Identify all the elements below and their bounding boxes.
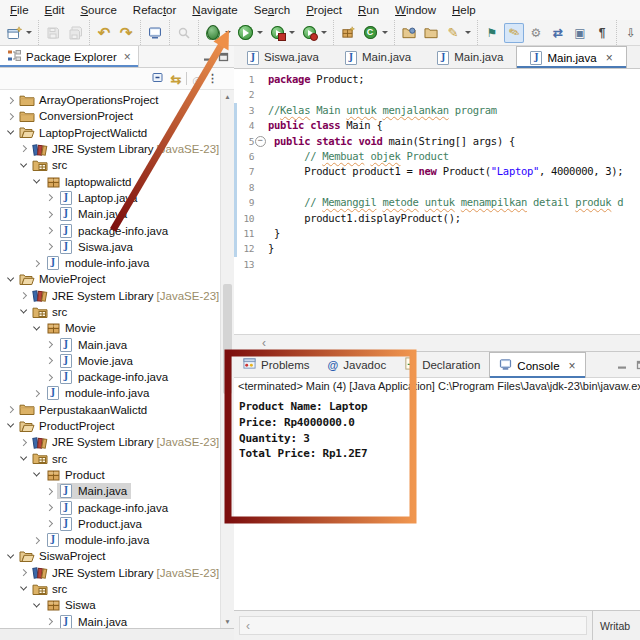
tree-item[interactable]: src bbox=[0, 157, 234, 173]
tree-item[interactable]: ProductProject bbox=[0, 418, 234, 434]
expand-chevron-icon[interactable] bbox=[30, 179, 44, 184]
expand-chevron-icon[interactable] bbox=[30, 391, 44, 396]
expand-chevron-icon[interactable] bbox=[43, 619, 57, 624]
console-horizontal-scrollbar[interactable]: ‹ bbox=[239, 616, 587, 635]
menu-edit[interactable]: Edit bbox=[37, 2, 73, 18]
expand-chevron-icon[interactable] bbox=[43, 195, 57, 200]
tree-item[interactable]: JMain.java bbox=[0, 614, 234, 629]
tree-item[interactable]: src bbox=[0, 304, 234, 320]
tree-item[interactable]: Jmodule-info.java bbox=[0, 385, 234, 401]
profile-button[interactable] bbox=[299, 23, 319, 43]
menu-refactor[interactable]: Refactor bbox=[125, 2, 184, 18]
code-editor[interactable]: 1package Product;23//Kelas Main untuk me… bbox=[234, 69, 640, 334]
expand-chevron-icon[interactable] bbox=[30, 603, 44, 608]
new-java-class-button[interactable]: C bbox=[360, 23, 380, 43]
tree-item[interactable]: JSiswa.java bbox=[0, 239, 234, 255]
expand-chevron-icon[interactable] bbox=[17, 440, 31, 445]
expand-chevron-icon[interactable] bbox=[43, 228, 57, 233]
tree-item[interactable]: laptopwalictd bbox=[0, 173, 234, 189]
console-output[interactable]: Product Name: LaptopPrice: Rp4000000.0Qu… bbox=[234, 397, 640, 610]
tree-item[interactable]: ConversionProject bbox=[0, 108, 234, 124]
save-all-button[interactable] bbox=[65, 23, 85, 43]
expand-chevron-icon[interactable] bbox=[43, 521, 57, 526]
expand-chevron-icon[interactable] bbox=[17, 146, 31, 151]
view-menu-icon[interactable]: ⋮ bbox=[207, 72, 218, 85]
debug-button[interactable] bbox=[203, 23, 223, 43]
toggle-mark-occurrences-button[interactable]: ⚙ bbox=[526, 23, 546, 43]
expand-chevron-icon[interactable] bbox=[4, 423, 18, 428]
scrollbar-thumb[interactable] bbox=[223, 284, 232, 394]
editor-tab-pr[interactable]: JPr bbox=[627, 46, 640, 68]
menu-file[interactable]: File bbox=[2, 2, 37, 18]
next-annotation-button[interactable]: ⇩ bbox=[621, 23, 640, 43]
run-coverage-button[interactable] bbox=[267, 23, 287, 43]
collapse-all-icon[interactable] bbox=[151, 70, 165, 88]
redo-button[interactable]: ↷ bbox=[116, 23, 136, 43]
show-selected-element-button[interactable]: ▣ bbox=[570, 23, 590, 43]
expand-chevron-icon[interactable] bbox=[17, 586, 31, 591]
expand-chevron-icon[interactable] bbox=[4, 407, 18, 412]
expand-chevron-icon[interactable] bbox=[30, 538, 44, 543]
show-whitespace-button[interactable]: ¶ bbox=[592, 23, 612, 43]
expand-chevron-icon[interactable] bbox=[17, 163, 31, 168]
tree-item[interactable]: src bbox=[0, 451, 234, 467]
tree-item[interactable]: JRE System Library[JavaSE-23] bbox=[0, 141, 234, 157]
package-explorer-tree[interactable]: ArrayOperationsProjectConversionProjectL… bbox=[0, 90, 234, 628]
tree-item[interactable]: JMovie.java bbox=[0, 353, 234, 369]
profile-dropdown-icon[interactable] bbox=[321, 31, 327, 34]
debug-dropdown-icon[interactable] bbox=[225, 31, 231, 34]
new-wizard-button[interactable] bbox=[4, 23, 24, 43]
expand-chevron-icon[interactable] bbox=[4, 277, 18, 282]
tree-item[interactable]: Movie bbox=[0, 320, 234, 336]
filters-icon[interactable]: ◎ bbox=[192, 70, 202, 88]
tree-item[interactable]: Jpackage-info.java bbox=[0, 222, 234, 238]
editor-tab-main-java[interactable]: JMain.java× bbox=[516, 46, 626, 68]
run-button[interactable] bbox=[235, 23, 255, 43]
search-button[interactable]: ⚑ bbox=[482, 23, 502, 43]
console-tab-javadoc[interactable]: @Javadoc bbox=[319, 352, 396, 377]
expand-chevron-icon[interactable] bbox=[43, 505, 57, 510]
new-wizard-dropdown-icon[interactable] bbox=[26, 31, 32, 34]
expand-chevron-icon[interactable] bbox=[4, 98, 18, 103]
link-with-editor-button[interactable]: ⇄ bbox=[548, 23, 568, 43]
editor-tab-main-java[interactable]: JMain.java bbox=[332, 46, 424, 68]
scroll-left-icon[interactable]: ‹ bbox=[246, 619, 250, 633]
undo-button[interactable]: ↶ bbox=[94, 23, 114, 43]
tree-item[interactable]: ArrayOperationsProject bbox=[0, 92, 234, 108]
tree-item[interactable]: Product bbox=[0, 467, 234, 483]
tree-item[interactable]: JRE System Library[JavaSE-23] bbox=[0, 565, 234, 581]
save-button[interactable] bbox=[43, 23, 63, 43]
scroll-up-icon[interactable]: ▲ bbox=[224, 93, 230, 100]
open-resource-button[interactable] bbox=[421, 23, 441, 43]
collapse-fold-icon[interactable]: − bbox=[255, 136, 266, 147]
external-tools-button[interactable]: ✎ bbox=[443, 23, 463, 43]
console-tab-declaration[interactable]: Declaration bbox=[395, 352, 489, 377]
menu-navigate[interactable]: Navigate bbox=[184, 2, 245, 18]
editor-horizontal-scrollbar[interactable]: ‹ bbox=[234, 334, 640, 352]
tree-item[interactable]: JMain.java bbox=[0, 483, 234, 499]
close-tab-icon[interactable]: × bbox=[569, 359, 576, 373]
tree-item[interactable]: JMain.java bbox=[0, 206, 234, 222]
run-coverage-dropdown-icon[interactable] bbox=[289, 31, 295, 34]
scroll-down-icon[interactable]: ▼ bbox=[224, 618, 230, 625]
tree-item[interactable]: JRE System Library[JavaSE-23] bbox=[0, 288, 234, 304]
tree-item[interactable]: JLaptop.java bbox=[0, 190, 234, 206]
package-explorer-tab[interactable]: Package Explorer × bbox=[0, 46, 139, 67]
tree-item[interactable]: JProduct.java bbox=[0, 516, 234, 532]
tree-item[interactable]: src bbox=[0, 581, 234, 597]
expand-chevron-icon[interactable] bbox=[43, 212, 57, 217]
editor-tab-main-java[interactable]: JMain.java bbox=[424, 46, 516, 68]
tree-item[interactable]: MovieProject bbox=[0, 271, 234, 287]
tree-item[interactable]: PerpustakaanWalictd bbox=[0, 402, 234, 418]
tree-item[interactable]: JRE System Library[JavaSE-23] bbox=[0, 434, 234, 450]
expand-chevron-icon[interactable] bbox=[43, 342, 57, 347]
external-tools-dropdown-icon[interactable] bbox=[465, 31, 471, 34]
menu-project[interactable]: Project bbox=[298, 2, 350, 18]
expand-chevron-icon[interactable] bbox=[30, 261, 44, 266]
run-dropdown-icon[interactable] bbox=[257, 31, 263, 34]
expand-chevron-icon[interactable] bbox=[43, 489, 57, 494]
tree-item[interactable]: Jpackage-info.java bbox=[0, 369, 234, 385]
editor-tab-siswa-java[interactable]: JSiswa.java bbox=[234, 46, 332, 68]
tree-item[interactable]: JMain.java bbox=[0, 336, 234, 352]
close-view-icon[interactable]: × bbox=[124, 50, 131, 64]
